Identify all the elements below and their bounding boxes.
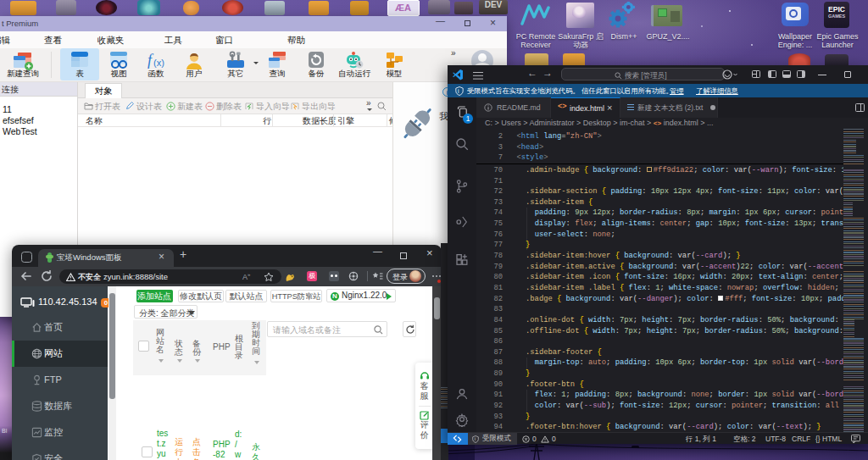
svg-text:i: i bbox=[475, 436, 476, 441]
svg-text:i: i bbox=[458, 88, 459, 94]
svg-text:(x): (x) bbox=[153, 58, 164, 68]
